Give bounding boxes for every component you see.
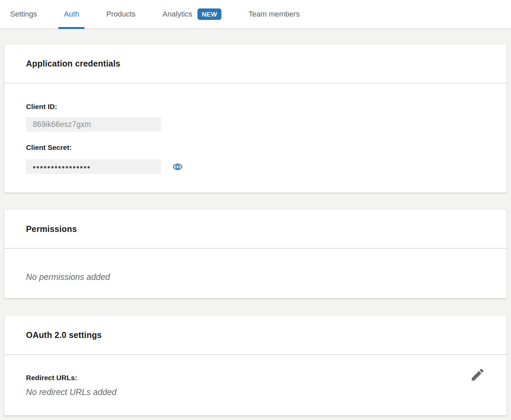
- tab-settings-label: Settings: [10, 10, 37, 19]
- tab-products[interactable]: Products: [106, 0, 136, 28]
- tab-team-members[interactable]: Team members: [248, 0, 300, 28]
- client-id-field[interactable]: 869ik66esz7gxm: [26, 117, 161, 132]
- oauth-settings-title: OAuth 2.0 settings: [26, 330, 102, 340]
- tab-auth-label: Auth: [64, 10, 79, 19]
- oauth-settings-header: OAuth 2.0 settings: [4, 315, 507, 355]
- permissions-body: No permissions added: [4, 248, 507, 298]
- reveal-secret-button[interactable]: [172, 162, 183, 172]
- client-secret-masked-value: ••••••••••••••••: [33, 162, 91, 172]
- application-credentials-body: Client ID: 869ik66esz7gxm Client Secret:…: [4, 83, 507, 192]
- application-credentials-card: Application credentials Client ID: 869ik…: [4, 44, 507, 193]
- redirect-urls-empty-text: No redirect URLs added: [26, 387, 485, 397]
- edit-redirect-urls-button[interactable]: [469, 366, 486, 384]
- application-credentials-title: Application credentials: [26, 59, 120, 69]
- tab-bar: Settings Auth Products Analytics NEW Tea…: [0, 0, 511, 29]
- eye-icon: [172, 162, 183, 172]
- tab-auth[interactable]: Auth: [64, 0, 79, 28]
- client-secret-label: Client Secret:: [26, 143, 485, 152]
- oauth-settings-body: Redirect URLs: No redirect URLs added: [4, 355, 507, 415]
- tab-team-members-label: Team members: [248, 10, 300, 19]
- tab-analytics[interactable]: Analytics NEW: [163, 0, 222, 28]
- new-badge: NEW: [197, 8, 222, 20]
- permissions-card: Permissions No permissions added: [4, 209, 507, 298]
- tab-settings[interactable]: Settings: [10, 0, 37, 28]
- client-id-value: 869ik66esz7gxm: [33, 120, 91, 129]
- client-secret-field[interactable]: ••••••••••••••••: [26, 159, 161, 174]
- permissions-title: Permissions: [26, 224, 77, 234]
- pencil-icon: [470, 367, 485, 383]
- permissions-header: Permissions: [4, 210, 507, 248]
- application-credentials-header: Application credentials: [4, 44, 507, 83]
- auth-tab-content: Application credentials Client ID: 869ik…: [0, 29, 511, 416]
- tab-products-label: Products: [106, 10, 136, 19]
- oauth-settings-card: OAuth 2.0 settings Redirect URLs: No red…: [4, 315, 507, 416]
- tab-analytics-label: Analytics: [163, 10, 192, 19]
- permissions-empty-text: No permissions added: [26, 272, 485, 282]
- redirect-urls-label: Redirect URLs:: [26, 373, 485, 382]
- client-id-label: Client ID:: [26, 102, 485, 111]
- client-secret-row: ••••••••••••••••: [26, 159, 485, 174]
